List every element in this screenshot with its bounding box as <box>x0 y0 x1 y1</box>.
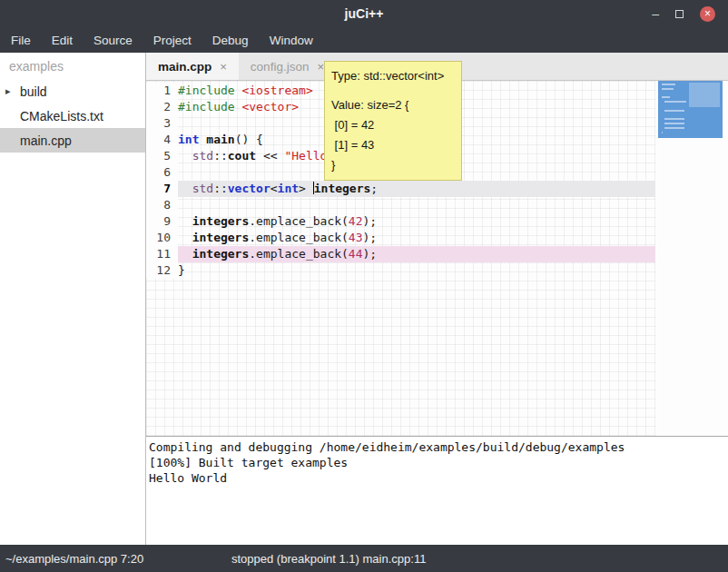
tree-item-label: CMakeLists.txt <box>20 109 103 123</box>
status-file-position: ~/examples/main.cpp 7:20 <box>0 552 143 566</box>
tooltip-line: Value: size=2 { <box>331 95 455 115</box>
debug-value-tooltip: Type: std::vector<int>Value: size=2 { [0… <box>324 61 462 181</box>
code-text <box>178 197 655 213</box>
line-number: 1 <box>146 83 178 99</box>
tooltip-line: Type: std::vector<int> <box>331 66 455 86</box>
line-number: 10 <box>146 230 178 246</box>
tab-config-json[interactable]: config.json× <box>239 53 336 80</box>
line-number: 5 <box>146 148 178 164</box>
file-tree-sidebar: examples ▸buildCMakeLists.txtmain.cpp <box>0 53 145 545</box>
menu-item-source[interactable]: Source <box>93 34 133 47</box>
tab-label: config.json <box>251 60 310 74</box>
terminal-line: [100%] Built target examples <box>149 455 725 470</box>
tooltip-line: [0] = 42 <box>331 115 455 135</box>
tab-label: main.cpp <box>158 60 212 74</box>
code-text: } <box>178 262 655 279</box>
window-title: juCi++ <box>0 6 728 21</box>
sidebar-item-build[interactable]: ▸build <box>0 79 145 104</box>
juci-window: juCi++ – × FileEditSourceProjectDebugWin… <box>0 0 728 572</box>
minimize-icon[interactable]: – <box>652 7 659 20</box>
menu-bar: FileEditSourceProjectDebugWindow <box>0 27 728 53</box>
tooltip-line: } <box>331 155 455 175</box>
tooltip-line <box>331 86 455 95</box>
editor-line[interactable]: 7 std::vector<int> integers; <box>146 181 655 197</box>
minimap-code-line <box>664 101 686 103</box>
line-number: 7 <box>146 181 178 197</box>
tab-close-icon[interactable]: × <box>317 60 324 74</box>
sidebar-item-cmakelists-txt[interactable]: CMakeLists.txt <box>0 104 145 128</box>
project-name-header: examples <box>0 53 145 79</box>
menu-item-debug[interactable]: Debug <box>212 34 249 47</box>
terminal-line: Compiling and debugging /home/eidheim/ex… <box>149 439 725 455</box>
editor-line[interactable]: 12} <box>146 262 655 279</box>
line-number: 2 <box>146 99 178 115</box>
minimap-code-line <box>664 127 684 129</box>
code-text: std::vector<int> integers; <box>178 181 655 197</box>
expander-icon[interactable]: ▸ <box>5 85 11 97</box>
sidebar-item-main-cpp[interactable]: main.cpp <box>0 128 145 153</box>
minimap-slider[interactable] <box>658 81 723 138</box>
minimap-code-line <box>662 132 663 133</box>
minimap-code-line <box>662 84 675 85</box>
line-number: 12 <box>146 262 178 279</box>
menu-item-file[interactable]: File <box>11 34 31 47</box>
line-number: 4 <box>146 132 178 148</box>
line-number: 6 <box>146 164 178 181</box>
tab-main-cpp[interactable]: main.cpp× <box>146 53 239 80</box>
menu-item-project[interactable]: Project <box>153 34 192 47</box>
restore-icon[interactable] <box>675 7 684 20</box>
menu-item-edit[interactable]: Edit <box>52 34 73 47</box>
close-icon[interactable]: × <box>700 6 715 22</box>
line-number: 9 <box>146 213 178 230</box>
title-bar[interactable]: juCi++ – × <box>0 0 728 27</box>
line-number: 11 <box>146 246 178 262</box>
file-tree: ▸buildCMakeLists.txtmain.cpp <box>0 79 145 153</box>
editor-line[interactable]: 9 integers.emplace_back(42); <box>146 213 655 230</box>
line-number: 3 <box>146 115 178 132</box>
code-text: integers.emplace_back(44); <box>178 246 655 262</box>
tab-close-icon[interactable]: × <box>220 60 227 74</box>
output-terminal[interactable]: Compiling and debugging /home/eidheim/ex… <box>146 437 728 545</box>
terminal-line: Hello World <box>149 470 725 486</box>
window-controls: – × <box>652 6 728 22</box>
tooltip-line: [1] = 43 <box>331 135 455 155</box>
tree-item-label: main.cpp <box>20 133 72 148</box>
code-text: integers.emplace_back(42); <box>178 213 655 230</box>
status-debug-state: stopped (breakpoint 1.1) main.cpp:11 <box>231 552 426 566</box>
menu-item-window[interactable]: Window <box>270 34 313 47</box>
editor-line[interactable]: 10 integers.emplace_back(43); <box>146 230 655 246</box>
tree-item-label: build <box>20 84 47 99</box>
source-minimap[interactable] <box>655 81 728 436</box>
minimap-code-line <box>662 88 674 90</box>
minimap-code-line <box>664 110 684 112</box>
restore-box-glyph <box>675 10 684 18</box>
code-text: integers.emplace_back(43); <box>178 230 655 246</box>
minimap-code-line <box>664 123 684 124</box>
minimap-highlight-patch <box>689 83 720 107</box>
minimap-code-line <box>664 118 684 120</box>
editor-line[interactable]: 8 <box>146 197 655 213</box>
minimap-code-line <box>662 96 670 98</box>
status-bar: ~/examples/main.cpp 7:20 stopped (breakp… <box>0 545 728 572</box>
editor-line[interactable]: 11 integers.emplace_back(44); <box>146 246 655 262</box>
line-number: 8 <box>146 197 178 213</box>
